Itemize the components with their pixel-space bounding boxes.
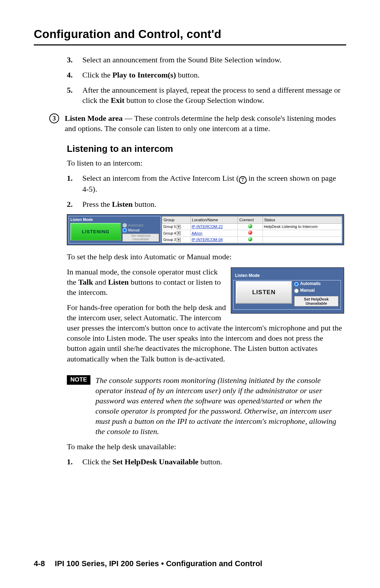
col-status: Status: [262, 217, 342, 224]
callout-text: Listen Mode area — These controls determ…: [65, 113, 346, 134]
intro-text: To listen to an intercom:: [67, 158, 344, 168]
note-badge: NOTE: [67, 375, 90, 385]
status-text: [262, 236, 342, 243]
listen-button[interactable]: LISTEN: [236, 281, 292, 304]
step-4: 4. Click the Play to Intercom(s) button.: [67, 70, 344, 80]
callout-7-icon: 7: [239, 176, 247, 184]
note-block: NOTE The console supports room monitorin…: [67, 375, 344, 437]
set-helpdesk-unavailable-button[interactable]: Set HelpDeskUnavailable: [294, 296, 338, 307]
intercom-link[interactable]: IP-INTERCOM-04: [192, 237, 223, 242]
list-number: 2.: [67, 199, 82, 209]
col-group: Group: [162, 217, 191, 224]
listening-button[interactable]: LISTENING: [70, 223, 121, 241]
step-5: 5. After the announcement is played, rep…: [67, 85, 344, 105]
listen-mode-figure: Listen Mode LISTENING Automatic Manual S…: [67, 214, 344, 245]
callout-3: 3 Listen Mode area — These controls dete…: [49, 113, 346, 134]
automatic-radio[interactable]: Automatic: [294, 281, 338, 287]
step-c1: 1. Click the Set HelpDesk Unavailable bu…: [67, 457, 344, 467]
title-rule: [34, 44, 346, 45]
list-number: 1.: [67, 457, 82, 467]
status-text: HelpDesk Listening to Intercom: [262, 223, 342, 230]
list-text: Select an announcement from the Sound Bi…: [82, 55, 344, 65]
table-row[interactable]: Group 4▾ AAron: [162, 230, 342, 237]
group-dropdown[interactable]: Group 4▾: [163, 231, 181, 236]
para-setmode: To set the help desk into Automatic or M…: [67, 252, 344, 262]
col-connect: Connect: [238, 217, 262, 224]
step-b1: 1. Select an intercom from the Active In…: [67, 173, 344, 194]
body-column: To listen to an intercom: 1. Select an i…: [67, 158, 344, 467]
list-text: Select an intercom from the Active Inter…: [82, 173, 344, 194]
chevron-down-icon[interactable]: ▾: [177, 238, 181, 242]
group-dropdown[interactable]: Group 3▾: [163, 237, 181, 242]
page-title: Configuration and Control, cont'd: [34, 27, 346, 41]
list-text: Press the Listen button.: [82, 199, 344, 209]
listen-mode-panel: Listen Mode LISTENING Automatic Manual S…: [69, 216, 161, 243]
panel-title: Listen Mode: [70, 217, 159, 222]
section-heading: Listening to an intercom: [67, 143, 346, 154]
list-number: 3.: [67, 55, 82, 65]
panel-title: Listen Mode: [234, 273, 261, 279]
status-dot-icon: [248, 237, 252, 241]
chevron-down-icon[interactable]: ▾: [177, 231, 181, 235]
footer-text: IPI 100 Series, IPI 200 Series • Configu…: [55, 559, 262, 568]
mode-options: Automatic Manual Set HelpDesk Unavailabl…: [122, 223, 159, 242]
note-text: The console supports room monitoring (li…: [95, 375, 344, 437]
table-row[interactable]: Group 3▾ IP-INTERCOM-04: [162, 236, 342, 243]
intercom-link[interactable]: AAron: [192, 231, 203, 235]
list-text: After the announcement is played, repeat…: [82, 85, 344, 105]
step-b2: 2. Press the Listen button.: [67, 199, 344, 209]
listen-mode-small-figure: Listen Mode LISTEN Automatic Manual Set …: [231, 267, 344, 314]
manual-radio[interactable]: Manual: [294, 288, 338, 293]
chevron-down-icon[interactable]: ▾: [177, 225, 181, 229]
col-location: Location/Name: [190, 217, 238, 224]
group-dropdown[interactable]: Group 5▾: [163, 224, 181, 229]
para-unavailable: To make the help desk unavailable:: [67, 441, 344, 452]
table-header: Group Location/Name Connect Status: [162, 217, 342, 224]
body-column: 3. Select an announcement from the Sound…: [67, 55, 344, 105]
automatic-radio[interactable]: Automatic: [122, 223, 159, 228]
list-text: Click the Play to Intercom(s) button.: [82, 70, 344, 80]
page-number: 4-8: [34, 559, 45, 568]
list-number: 1.: [67, 173, 82, 194]
intercom-table: Group Location/Name Connect Status Group…: [162, 216, 342, 243]
list-number: 5.: [67, 85, 82, 105]
page: Configuration and Control, cont'd 3. Sel…: [0, 0, 380, 588]
list-text: Click the Set HelpDesk Unavailable butto…: [82, 457, 344, 467]
list-number: 4.: [67, 70, 82, 80]
status-text: [262, 230, 342, 237]
set-helpdesk-unavailable-button[interactable]: Set HelpDesk Unavailable: [122, 234, 159, 242]
callout-circle-icon: 3: [49, 113, 59, 123]
page-footer: 4-8 IPI 100 Series, IPI 200 Series • Con…: [34, 559, 346, 568]
manual-radio[interactable]: Manual: [122, 228, 159, 233]
table-row[interactable]: Group 5▾ IP-INTERCOM-22 HelpDesk Listeni…: [162, 223, 342, 230]
status-dot-icon: [248, 230, 252, 235]
status-dot-icon: [248, 224, 252, 228]
intercom-link[interactable]: IP-INTERCOM-22: [192, 224, 223, 229]
step-3: 3. Select an announcement from the Sound…: [67, 55, 344, 65]
